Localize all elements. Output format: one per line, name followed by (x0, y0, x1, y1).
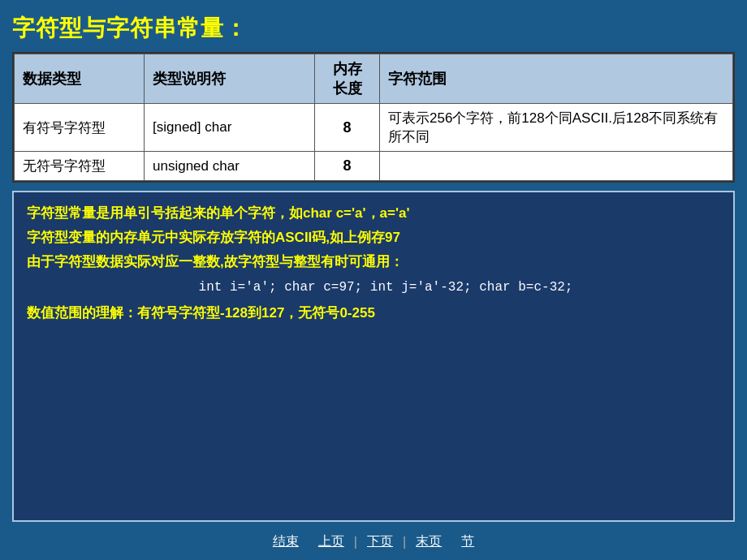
cell-desc-1: [signed] char (145, 104, 315, 152)
header-type: 数据类型 (15, 54, 145, 104)
header-mem: 内存长度 (315, 54, 380, 104)
page-container: 字符型与字符串常量： 数据类型 类型说明符 内存长度 字符范围 有符号字符型 [… (0, 0, 747, 560)
table-row: 有符号字符型 [signed] char 8 可表示256个字符，前128个同A… (15, 104, 733, 152)
desc-code: int i='a'; char c=97; int j='a'-32; char… (27, 277, 720, 298)
cell-desc-2: unsigned char (145, 152, 315, 181)
nav-divider-2: | (354, 535, 357, 549)
desc-text-2: 字符型变量的内存单元中实际存放字符的ASCII码,如上例存97 (27, 230, 400, 245)
table-container: 数据类型 类型说明符 内存长度 字符范围 有符号字符型 [signed] cha… (12, 52, 735, 183)
cell-mem-2: 8 (315, 152, 380, 181)
nav-end-button[interactable]: 结束 (270, 532, 302, 552)
nav-section-button[interactable]: 节 (458, 532, 477, 552)
page-title: 字符型与字符串常量： (12, 8, 735, 52)
nav-bar: 结束 上页 | 下页 | 末页 节 (12, 528, 735, 554)
desc-line-1: 字符型常量是用单引号括起来的单个字符，如char c='a'，a='a' (27, 202, 720, 225)
header-range: 字符范围 (380, 54, 733, 104)
nav-prev-button[interactable]: 上页 (315, 532, 348, 552)
cell-range-2 (380, 152, 733, 181)
desc-line-2: 字符型变量的内存单元中实际存放字符的ASCII码,如上例存97 (27, 226, 720, 249)
table-row: 无符号字符型 unsigned char 8 (15, 152, 733, 181)
cell-mem-1: 8 (315, 104, 380, 152)
desc-text-3: 由于字符型数据实际对应一整数,故字符型与整型有时可通用： (27, 254, 404, 269)
desc-line-3: 由于字符型数据实际对应一整数,故字符型与整型有时可通用： (27, 251, 720, 274)
description-box: 字符型常量是用单引号括起来的单个字符，如char c='a'，a='a' 字符型… (12, 191, 735, 522)
desc-line-4: 数值范围的理解：有符号字符型-128到127，无符号0-255 (27, 302, 720, 325)
table-header-row: 数据类型 类型说明符 内存长度 字符范围 (15, 54, 733, 104)
cell-type-1: 有符号字符型 (15, 104, 145, 152)
data-table: 数据类型 类型说明符 内存长度 字符范围 有符号字符型 [signed] cha… (14, 54, 733, 181)
desc-text-4: 数值范围的理解：有符号字符型-128到127，无符号0-255 (27, 305, 375, 321)
cell-range-1: 可表示256个字符，前128个同ASCII.后128不同系统有所不同 (380, 104, 733, 152)
cell-type-2: 无符号字符型 (15, 152, 145, 181)
nav-last-button[interactable]: 末页 (412, 532, 445, 552)
header-desc: 类型说明符 (145, 54, 315, 104)
nav-next-button[interactable]: 下页 (364, 532, 396, 552)
desc-text-1: 字符型常量是用单引号括起来的单个字符，如char c='a'，a='a' (27, 205, 409, 221)
nav-divider-3: | (403, 535, 406, 549)
